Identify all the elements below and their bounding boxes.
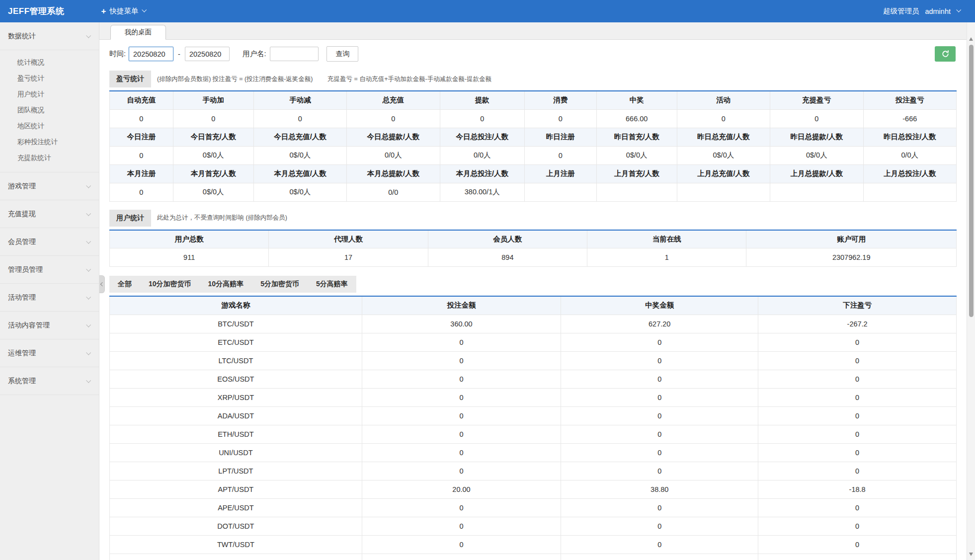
sidebar-item-lottery-bet-stats[interactable]: 彩种投注统计 <box>0 134 99 150</box>
user-stats-section-head: 用户统计 此处为总计，不受查询时间影响 (排除内部会员) <box>109 210 957 227</box>
profit-formula-2: 充提盈亏 = 自动充值+手动加款金额-手动减款金额-提款金额 <box>327 76 491 82</box>
value-cell: -267.2 <box>758 315 957 333</box>
user-menu[interactable]: 超级管理员 adminht <box>883 6 960 16</box>
game-tab-10min-high-odds[interactable]: 10分高赔率 <box>200 276 252 293</box>
value-cell: 894 <box>428 248 587 267</box>
game-tab-5min-high-odds[interactable]: 5分高赔率 <box>308 276 356 293</box>
sidebar-section-activity-content-mgmt[interactable]: 活动内容管理 <box>0 312 99 339</box>
sidebar-section-ops-mgmt[interactable]: 运维管理 <box>0 339 99 367</box>
value-cell: 911 <box>110 248 269 267</box>
value-cell: 0$/0人 <box>173 146 253 164</box>
header-cell: 用户总数 <box>110 230 269 248</box>
game-stats-table: 游戏名称 投注金额 中奖金额 下注盈亏 BTC/USDT 360.00 627.… <box>109 296 957 560</box>
header-cell: 下注盈亏 <box>758 296 957 315</box>
refresh-button[interactable] <box>935 46 956 62</box>
game-name-cell: APE/USDT <box>110 498 362 517</box>
scrollbar-down-icon[interactable] <box>969 553 973 556</box>
game-name-cell: ICP/USDT <box>110 554 362 560</box>
sidebar-section-label: 游戏管理 <box>8 182 36 191</box>
game-tab-all[interactable]: 全部 <box>109 276 140 293</box>
quick-menu-button[interactable]: + 快捷菜单 <box>101 6 146 16</box>
top-bar: JEFF管理系统 + 快捷菜单 超级管理员 adminht <box>0 0 975 22</box>
profit-note: (排除内部会员数据) 投注盈亏 = (投注消费金额-返奖金额) 充提盈亏 = 自… <box>157 75 504 83</box>
value-cell: 0 <box>758 370 957 388</box>
query-button[interactable]: 查询 <box>326 46 358 62</box>
username-input[interactable] <box>270 47 319 61</box>
profit-badge: 盈亏统计 <box>109 71 151 87</box>
value-cell: 0 <box>440 109 524 128</box>
sidebar-section-label: 活动内容管理 <box>8 321 50 330</box>
sidebar-section-data-stats[interactable]: 数据统计 <box>0 22 99 50</box>
game-tab-5min-crypto[interactable]: 5分加密货币 <box>252 276 308 293</box>
table-row: 游戏名称 投注金额 中奖金额 下注盈亏 <box>110 296 957 315</box>
header-cell: 手动加 <box>173 91 253 109</box>
table-row: BTC/USDT 360.00 627.20 -267.2 <box>110 315 957 333</box>
sidebar-item-team-overview[interactable]: 团队概况 <box>0 102 99 118</box>
table-row: 0 0$/0人 0$/0人 0/0人 0/0人 0 0$/0人 0$/0人 0$… <box>110 146 957 164</box>
sidebar-item-user-stats[interactable]: 用户统计 <box>0 86 99 102</box>
header-cell: 昨日注册 <box>524 128 596 146</box>
sidebar-section-system-mgmt[interactable]: 系统管理 <box>0 367 99 395</box>
tab-my-desktop[interactable]: 我的桌面 <box>110 25 166 40</box>
table-row: LTC/USDT 0 0 0 <box>110 351 957 370</box>
game-name-cell: LTC/USDT <box>110 351 362 370</box>
chevron-down-icon <box>142 7 147 12</box>
chevron-down-icon <box>86 183 91 188</box>
value-cell: 0 <box>110 183 173 201</box>
sidebar-section-member-mgmt[interactable]: 会员管理 <box>0 228 99 256</box>
sidebar-section-label: 活动管理 <box>8 293 36 302</box>
chevron-down-icon <box>86 33 91 38</box>
table-row: LPT/USDT 0 0 0 <box>110 462 957 480</box>
sidebar-item-stats-overview[interactable]: 统计概况 <box>0 55 99 71</box>
chevron-down-icon <box>86 239 91 244</box>
header-cell: 今日首充/人数 <box>173 128 253 146</box>
profit-formula-1: (排除内部会员数据) 投注盈亏 = (投注消费金额-返奖金额) <box>157 76 313 82</box>
sidebar-section-deposit-withdraw[interactable]: 充值提现 <box>0 200 99 228</box>
value-cell: 20.00 <box>362 480 561 498</box>
sidebar-section-activity-mgmt[interactable]: 活动管理 <box>0 284 99 312</box>
scrollbar-thumb[interactable] <box>969 45 974 317</box>
sidebar-section-game-mgmt[interactable]: 游戏管理 <box>0 172 99 200</box>
header-cell: 今日注册 <box>110 128 173 146</box>
refresh-icon <box>941 50 950 58</box>
profit-section-head: 盈亏统计 (排除内部会员数据) 投注盈亏 = (投注消费金额-返奖金额) 充提盈… <box>109 71 957 87</box>
sidebar-collapse-handle[interactable] <box>99 275 105 293</box>
value-cell: 0 <box>561 554 758 560</box>
header-cell: 消费 <box>524 91 596 109</box>
sidebar-section-admin-mgmt[interactable]: 管理员管理 <box>0 256 99 284</box>
value-cell: 0 <box>561 351 758 370</box>
date-from-input[interactable] <box>129 47 173 61</box>
brand-logo: JEFF管理系统 <box>8 5 65 17</box>
header-cell: 充提盈亏 <box>770 91 863 109</box>
sidebar-section-label: 数据统计 <box>8 32 36 41</box>
value-cell: 0 <box>362 535 561 554</box>
header-cell: 上月首充/人数 <box>596 164 677 183</box>
chevron-down-icon <box>86 350 91 355</box>
table-row: 今日注册 今日首充/人数 今日总充值/人数 今日总提款/人数 今日总投注/人数 … <box>110 128 957 146</box>
game-name-cell: UNI/USDT <box>110 443 362 462</box>
header-cell: 今日总充值/人数 <box>253 128 346 146</box>
table-row: ICP/USDT 0 0 0 <box>110 554 957 560</box>
header-cell: 上月总充值/人数 <box>677 164 770 183</box>
value-cell: 0/0人 <box>863 146 956 164</box>
date-to-input[interactable] <box>185 47 230 61</box>
value-cell: 627.20 <box>561 315 758 333</box>
sidebar-item-deposit-withdraw-stats[interactable]: 充提款统计 <box>0 150 99 166</box>
value-cell <box>524 183 596 201</box>
sidebar-item-region-stats[interactable]: 地区统计 <box>0 118 99 134</box>
scrollbar-up-icon[interactable] <box>969 37 973 41</box>
sidebar-submenu: 统计概况 盈亏统计 用户统计 团队概况 地区统计 彩种投注统计 充提款统计 <box>0 50 99 172</box>
plus-icon: + <box>101 7 106 15</box>
sidebar-section-label: 会员管理 <box>8 238 36 246</box>
game-tab-10min-crypto[interactable]: 10分加密货币 <box>140 276 200 293</box>
vertical-scrollbar[interactable] <box>967 22 975 560</box>
value-cell: 0 <box>677 109 770 128</box>
value-cell: 0 <box>362 333 561 351</box>
value-cell: 0 <box>561 517 758 535</box>
screen: JEFF管理系统 + 快捷菜单 超级管理员 adminht 数据统计 统计概况 … <box>0 0 975 560</box>
value-cell: 0 <box>758 425 957 443</box>
table-row: ETC/USDT 0 0 0 <box>110 333 957 351</box>
value-cell: 0 <box>758 462 957 480</box>
value-cell: 0/0人 <box>440 146 524 164</box>
sidebar-item-profit-stats[interactable]: 盈亏统计 <box>0 71 99 86</box>
